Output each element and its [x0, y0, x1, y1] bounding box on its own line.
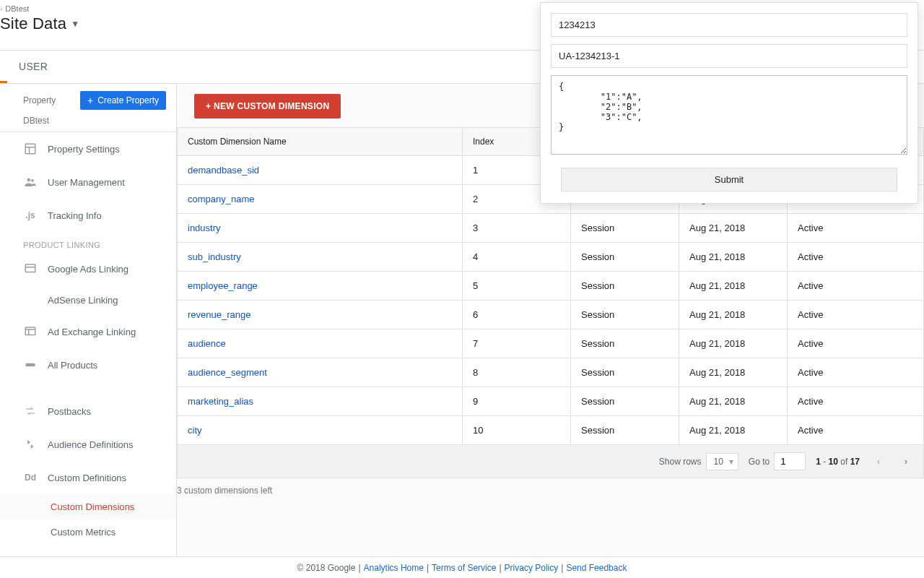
svg-rect-5	[25, 264, 35, 272]
dimension-name-link[interactable]: audience_segment	[188, 367, 267, 378]
users-icon	[23, 175, 38, 189]
dimension-state: Active	[788, 272, 924, 301]
sidebar-item-all-products[interactable]: All Products	[0, 348, 176, 381]
dimension-scope: Session	[571, 272, 679, 301]
show-rows-select[interactable]: 10 ▾	[706, 453, 738, 470]
table-row: employee_range5SessionAug 21, 2018Active	[178, 272, 924, 301]
dimension-index: 10	[463, 416, 571, 445]
sidebar-sub-custom-metrics[interactable]: Custom Metrics	[0, 519, 176, 545]
goto-input[interactable]	[774, 452, 806, 470]
dimension-name-link[interactable]: employee_range	[188, 280, 258, 291]
dimension-last-changed: Aug 21, 2018	[679, 272, 788, 301]
page-title: Site Data	[0, 14, 66, 33]
col-name[interactable]: Custom Dimension Name	[178, 128, 463, 156]
footer-analytics-home[interactable]: Analytics Home	[364, 563, 424, 573]
table-row: revenue_range6SessionAug 21, 2018Active	[178, 301, 924, 329]
footer-tos[interactable]: Terms of Service	[432, 563, 496, 573]
svg-point-4	[31, 179, 34, 182]
title-dropdown-icon[interactable]: ▼	[71, 19, 79, 29]
dimension-name-link[interactable]: city	[188, 425, 202, 436]
dimension-last-changed: Aug 21, 2018	[679, 416, 788, 445]
dimension-name-link[interactable]: company_name	[188, 194, 255, 204]
tab-admin-indicator[interactable]	[0, 64, 7, 83]
chevron-right-icon: ›	[0, 5, 2, 13]
sidebar-item-tracking-info[interactable]: .js Tracking Info	[0, 199, 176, 232]
dimension-state: Active	[788, 243, 924, 272]
dimension-scope: Session	[571, 329, 679, 358]
dimension-last-changed: Aug 21, 2018	[679, 358, 788, 387]
sidebar-item-property-settings[interactable]: Property Settings	[0, 132, 176, 165]
dimensions-remaining-label: 3 custom dimensions left	[177, 486, 924, 496]
dimension-name-link[interactable]: revenue_range	[188, 309, 250, 320]
dimension-name-link[interactable]: audience	[188, 338, 226, 349]
sidebar-current-property[interactable]: DBtest	[23, 116, 166, 126]
sidebar-item-audience-definitions[interactable]: Audience Definitions	[0, 428, 176, 461]
table-row: audience7SessionAug 21, 2018Active	[178, 329, 924, 358]
panel-field-tracking-id[interactable]	[551, 44, 907, 68]
dimension-name-link[interactable]: marketing_alias	[188, 396, 253, 407]
create-property-button[interactable]: + Create Property	[80, 91, 166, 110]
sidebar-item-user-management[interactable]: User Management	[0, 165, 176, 199]
table-row: audience_segment8SessionAug 21, 2018Acti…	[178, 358, 924, 387]
sidebar-item-adsense-linking[interactable]: AdSense Linking	[0, 285, 176, 315]
layout-icon	[23, 142, 38, 156]
footer-privacy[interactable]: Privacy Policy	[505, 563, 559, 573]
dimension-name-link[interactable]: sub_industry	[188, 251, 241, 262]
sidebar-item-ad-exchange-linking[interactable]: Ad Exchange Linking	[0, 315, 176, 348]
panel-submit-button[interactable]: Submit	[561, 168, 897, 191]
svg-point-3	[27, 178, 31, 182]
dimension-last-changed: Aug 21, 2018	[679, 243, 788, 272]
dimension-state: Active	[788, 358, 924, 387]
plus-icon: +	[87, 96, 93, 105]
sidebar-section-product-linking: PRODUCT LINKING	[0, 232, 176, 252]
goto-label: Go to	[749, 457, 770, 467]
dimension-scope: Session	[571, 243, 679, 272]
table-row: industry3SessionAug 21, 2018Active	[178, 214, 924, 243]
dimension-state: Active	[788, 214, 924, 243]
new-custom-dimension-button[interactable]: + NEW CUSTOM DIMENSION	[194, 94, 341, 118]
chevron-down-icon: ▾	[729, 457, 733, 467]
dimension-name-link[interactable]: industry	[188, 223, 221, 233]
panel-field-account-id[interactable]	[551, 13, 907, 37]
sidebar-sub-custom-dimensions[interactable]: Custom Dimensions	[0, 494, 176, 519]
table-row: city10SessionAug 21, 2018Active	[178, 416, 924, 445]
audience-icon	[23, 437, 38, 452]
table-row: sub_industry4SessionAug 21, 2018Active	[178, 243, 924, 272]
footer: © 2018 Google | Analytics Home | Terms o…	[0, 556, 924, 578]
dimension-name-link[interactable]: demandbase_sid	[188, 165, 259, 176]
dimension-index: 6	[463, 301, 571, 329]
debug-submit-panel: { "1":"A", "2":"B", "3":"C", } Submit	[540, 2, 918, 204]
dimension-index: 9	[463, 387, 571, 416]
dimension-state: Active	[788, 329, 924, 358]
dimension-index: 4	[463, 243, 571, 272]
dimension-last-changed: Aug 21, 2018	[679, 329, 788, 358]
postbacks-icon	[23, 404, 38, 418]
dimension-index: 5	[463, 272, 571, 301]
sidebar-property-label: Property	[23, 95, 56, 105]
sidebar-item-custom-definitions[interactable]: Dd Custom Definitions	[0, 461, 176, 494]
table-row: marketing_alias9SessionAug 21, 2018Activ…	[178, 387, 924, 416]
dimension-state: Active	[788, 301, 924, 329]
panel-json-body[interactable]: { "1":"A", "2":"B", "3":"C", }	[551, 75, 907, 155]
pager-next-button[interactable]: ›	[897, 453, 915, 470]
dimension-scope: Session	[571, 301, 679, 329]
dimension-state: Active	[788, 387, 924, 416]
sidebar-item-postbacks[interactable]: Postbacks	[0, 394, 176, 428]
footer-feedback[interactable]: Send Feedback	[566, 563, 627, 573]
tab-user[interactable]: USER	[7, 52, 59, 83]
dimension-scope: Session	[571, 416, 679, 445]
pager-prev-button[interactable]: ‹	[870, 453, 887, 470]
dimension-index: 3	[463, 214, 571, 243]
dimension-scope: Session	[571, 214, 679, 243]
dimension-state: Active	[788, 416, 924, 445]
pager-range: 1 - 10 of 17	[816, 457, 860, 467]
breadcrumb-property: DBtest	[5, 4, 29, 13]
link-icon	[23, 358, 38, 372]
sidebar: Property + Create Property DBtest Proper…	[0, 84, 177, 556]
table-pager: Show rows 10 ▾ Go to 1 - 10 of 17	[177, 445, 924, 478]
dimension-last-changed: Aug 21, 2018	[679, 214, 788, 243]
sidebar-item-google-ads-linking[interactable]: Google Ads Linking	[0, 252, 176, 285]
dimension-index: 8	[463, 358, 571, 387]
dimension-scope: Session	[571, 387, 679, 416]
dimension-last-changed: Aug 21, 2018	[679, 387, 788, 416]
